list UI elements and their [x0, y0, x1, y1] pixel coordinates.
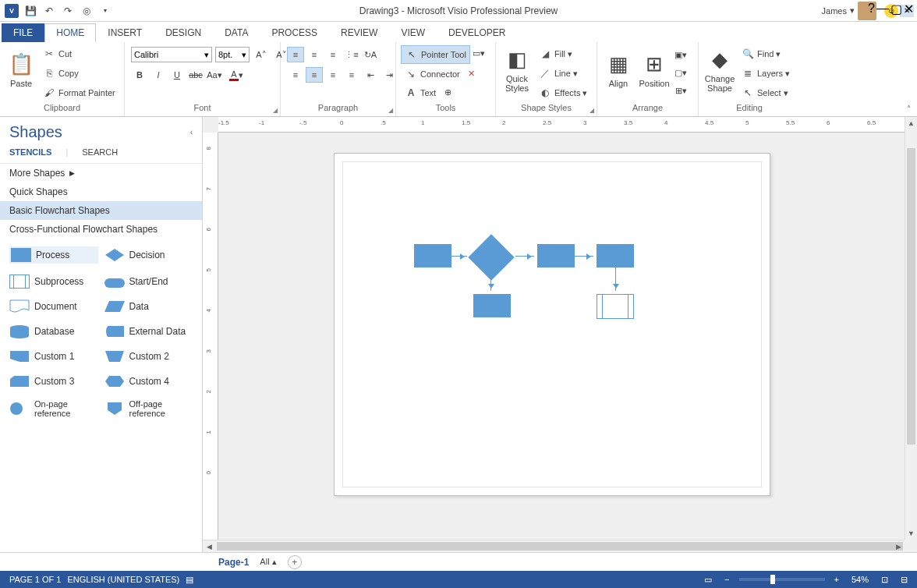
- bring-front-button[interactable]: ▣▾: [672, 47, 689, 62]
- shape-subprocess[interactable]: Subprocess: [9, 275, 98, 289]
- stencil-basic-flowchart[interactable]: Basic Flowchart Shapes: [0, 201, 202, 220]
- layers-button[interactable]: ≣Layers ▾: [738, 65, 793, 82]
- font-dialog-launcher[interactable]: ◢: [273, 107, 278, 114]
- presentation-mode-button[interactable]: ▭: [701, 575, 715, 585]
- select-button[interactable]: ↖Select ▾: [738, 84, 793, 101]
- shape-offpage-ref[interactable]: Off-page reference: [104, 399, 193, 418]
- quick-styles-button[interactable]: ◧Quick Styles: [499, 44, 535, 97]
- macro-indicator[interactable]: ▤: [182, 575, 196, 585]
- underline-button[interactable]: U: [168, 67, 186, 83]
- shape-onpage-ref[interactable]: On-page reference: [9, 399, 98, 418]
- fit-width-button[interactable]: ⊟: [898, 575, 911, 585]
- save-button[interactable]: 💾: [22, 2, 39, 19]
- canvas-shape-process-4[interactable]: [473, 294, 511, 317]
- position-button[interactable]: ⊞Position: [636, 44, 672, 97]
- line-button[interactable]: ／Line ▾: [535, 65, 590, 82]
- canvas-connector-2[interactable]: [515, 256, 534, 257]
- decrease-indent-button[interactable]: ⇤: [362, 67, 379, 83]
- shape-database[interactable]: Database: [9, 324, 98, 338]
- vertical-scrollbar[interactable]: ▲ ▼: [905, 117, 917, 540]
- align-center-button[interactable]: ≡: [306, 67, 323, 83]
- scroll-up-icon[interactable]: ▲: [905, 117, 917, 129]
- horizontal-scrollbar[interactable]: ◀ ▶: [203, 540, 905, 552]
- increase-font-button[interactable]: A˄: [253, 47, 270, 62]
- italic-button[interactable]: I: [150, 67, 167, 83]
- send-back-button[interactable]: ▢▾: [672, 65, 689, 80]
- qat-customize[interactable]: ▾: [97, 2, 114, 19]
- collapse-ribbon-button[interactable]: ˄: [907, 104, 911, 113]
- all-pages-button[interactable]: All ▴: [260, 557, 276, 567]
- tab-home[interactable]: HOME: [44, 23, 96, 42]
- canvas-connector-1[interactable]: [451, 256, 467, 257]
- touch-mode-button[interactable]: ◎: [78, 2, 95, 19]
- connector-close-button[interactable]: ✕: [463, 66, 480, 81]
- collapse-panel-button[interactable]: ‹: [190, 128, 193, 136]
- change-shape-button[interactable]: ◆Change Shape: [702, 44, 738, 97]
- tab-file[interactable]: FILE: [2, 23, 44, 42]
- canvas-connector-5[interactable]: [615, 267, 616, 291]
- fit-page-button[interactable]: ⊡: [878, 575, 891, 585]
- change-case-button[interactable]: Aa▾: [206, 67, 223, 83]
- canvas-connector-4[interactable]: [490, 272, 491, 291]
- shape-custom2[interactable]: Custom 2: [104, 349, 193, 363]
- shape-external-data[interactable]: External Data: [104, 324, 193, 338]
- align-right-button[interactable]: ≡: [324, 67, 342, 83]
- tab-design[interactable]: DESIGN: [154, 23, 213, 42]
- shape-decision[interactable]: Decision: [104, 246, 193, 264]
- shape-custom4[interactable]: Custom 4: [104, 374, 193, 388]
- group-button[interactable]: ⊞▾: [672, 83, 689, 98]
- tab-process[interactable]: PROCESS: [260, 23, 329, 42]
- help-button[interactable]: ?: [868, 2, 875, 16]
- paste-button[interactable]: 📋Paste: [3, 44, 39, 97]
- hscroll-thumb[interactable]: [217, 542, 903, 551]
- shape-styles-dialog-launcher[interactable]: ◢: [590, 107, 594, 114]
- stencil-quick-shapes[interactable]: Quick Shapes: [0, 182, 202, 201]
- font-size-combo[interactable]: 8pt.▾: [215, 47, 250, 62]
- effects-button[interactable]: ◐Effects ▾: [535, 84, 590, 101]
- strikethrough-button[interactable]: abc: [187, 67, 204, 83]
- drawing-page[interactable]: [334, 153, 770, 496]
- zoom-in-button[interactable]: +: [831, 575, 842, 584]
- zoom-out-button[interactable]: −: [721, 575, 732, 584]
- tab-data[interactable]: DATA: [213, 23, 260, 42]
- shape-document[interactable]: Document: [9, 299, 98, 313]
- stencils-tab[interactable]: STENCILS: [9, 147, 51, 157]
- zoom-slider[interactable]: [739, 578, 825, 581]
- bold-button[interactable]: B: [131, 67, 148, 83]
- minimize-button[interactable]: —: [876, 2, 889, 16]
- align-top-button[interactable]: ≡: [287, 47, 304, 62]
- bullets-button[interactable]: ⋮≡: [343, 47, 360, 62]
- increase-indent-button[interactable]: ⇥: [381, 67, 398, 83]
- align-middle-button[interactable]: ≡: [306, 47, 323, 62]
- align-bottom-button[interactable]: ≡: [324, 47, 342, 62]
- shape-custom1[interactable]: Custom 1: [9, 349, 98, 363]
- page-indicator[interactable]: PAGE 1 OF 1: [6, 575, 64, 584]
- rotate-text-button[interactable]: ↻A: [362, 47, 379, 62]
- zoom-level[interactable]: 54%: [848, 575, 872, 584]
- page-tab-1[interactable]: Page-1: [218, 557, 249, 568]
- canvas-shape-process-2[interactable]: [537, 244, 575, 267]
- stencil-cross-functional[interactable]: Cross-Functional Flowchart Shapes: [0, 220, 202, 239]
- rectangle-tool-button[interactable]: ▭▾: [470, 45, 487, 61]
- canvas-shape-process-1[interactable]: [414, 244, 451, 267]
- format-painter-button[interactable]: 🖌Format Painter: [39, 84, 119, 101]
- more-shapes-button[interactable]: More Shapes ▶: [0, 164, 202, 182]
- shape-data[interactable]: Data: [104, 299, 193, 313]
- find-button[interactable]: 🔍Find ▾: [738, 45, 793, 62]
- text-tool-button[interactable]: AText: [401, 84, 439, 101]
- page-area[interactable]: [218, 133, 905, 540]
- tab-developer[interactable]: DEVELOPER: [437, 23, 517, 42]
- align-button[interactable]: ▦Align: [600, 44, 636, 97]
- fill-button[interactable]: ◢Fill ▾: [535, 45, 590, 62]
- cut-button[interactable]: ✂Cut: [39, 45, 119, 62]
- canvas-shape-subprocess[interactable]: [597, 294, 634, 319]
- scroll-down-icon[interactable]: ▼: [905, 527, 917, 540]
- scroll-left-icon[interactable]: ◀: [203, 540, 215, 552]
- undo-button[interactable]: ↶: [41, 2, 58, 19]
- redo-button[interactable]: ↷: [59, 2, 76, 19]
- maximize-button[interactable]: ▢: [890, 2, 902, 16]
- copy-button[interactable]: ⎘Copy: [39, 65, 119, 82]
- vscroll-thumb[interactable]: [907, 148, 915, 445]
- search-tab[interactable]: SEARCH: [82, 147, 118, 157]
- tab-review[interactable]: REVIEW: [329, 23, 389, 42]
